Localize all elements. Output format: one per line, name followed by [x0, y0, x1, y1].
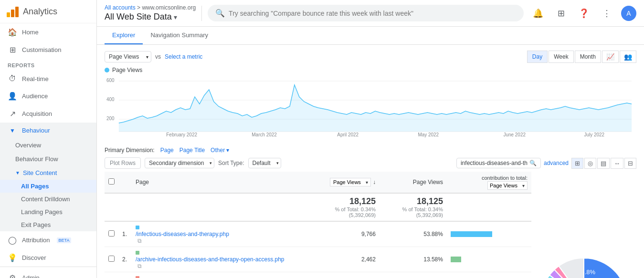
- pie-view-button[interactable]: ◎: [584, 158, 596, 169]
- sidebar-item-home[interactable]: 🏠 Home: [0, 23, 96, 41]
- plot-rows-button[interactable]: Plot Rows: [105, 157, 141, 169]
- row-color-indicator: [136, 276, 139, 278]
- pie-chart-wrap: 53.9%13.6%7%5.8%6%: [531, 172, 636, 278]
- sidebar-item-acquisition[interactable]: ↗ Acquisition: [0, 105, 96, 123]
- chart-section: Page Views Sessions Users vs Select a me…: [97, 45, 644, 143]
- help-icon[interactable]: ❓: [575, 5, 592, 22]
- sidebar-item-audience[interactable]: 👤 Audience: [0, 87, 96, 105]
- sidebar-item-behaviour-flow[interactable]: Behaviour Flow: [0, 152, 96, 166]
- page-link[interactable]: /archive-infectious-diseases-and-therapy…: [136, 256, 304, 263]
- sidebar-item-content-drilldown[interactable]: Content Drilldown: [0, 193, 96, 206]
- day-button[interactable]: Day: [527, 51, 548, 63]
- row-page: /infectious-diseases-and-therapy.php ⧉: [132, 221, 308, 247]
- table-total-row: 18,125 % of Total: 0.34% (5,392,069) 18,…: [105, 193, 531, 221]
- page-link[interactable]: /infectious-diseases-and-therapy.php: [136, 231, 304, 237]
- sidebar-exit-pages-label: Exit Pages: [21, 221, 51, 228]
- performance-view-button[interactable]: ▤: [597, 158, 610, 169]
- sidebar-all-pages-label: All Pages: [21, 183, 49, 190]
- sidebar-item-site-content[interactable]: ▼ Site Content: [0, 166, 96, 180]
- x-label-may: May 2022: [418, 132, 439, 137]
- sidebar-item-overview[interactable]: Overview: [0, 138, 96, 152]
- sidebar-item-realtime[interactable]: ⏱ Real-time: [0, 70, 96, 87]
- total-page-views-2: 18,125 % of Total: 0.34% (5,392,069): [380, 193, 447, 221]
- sidebar-item-attribution[interactable]: ◯ Attribution BETA: [0, 231, 96, 249]
- th-num: [118, 172, 132, 193]
- row-checkbox[interactable]: [105, 272, 118, 278]
- sidebar-item-all-pages[interactable]: All Pages: [0, 180, 96, 193]
- comparison-view-button[interactable]: ↔: [611, 158, 623, 169]
- row-checkbox[interactable]: [105, 247, 118, 272]
- table-body: 1. /infectious-diseases-and-therapy.php …: [105, 221, 531, 278]
- sidebar-item-landing-pages[interactable]: Landing Pages: [0, 206, 96, 218]
- search-filter-input[interactable]: [461, 160, 528, 166]
- secondary-dim-select[interactable]: Secondary dimension: [145, 158, 214, 168]
- select-metric-link[interactable]: Select a metric: [165, 53, 202, 60]
- breadcrumb-all-accounts[interactable]: All accounts: [105, 4, 136, 11]
- metric-selector[interactable]: Page Views Sessions Users: [105, 51, 151, 62]
- avatar[interactable]: A: [621, 6, 636, 21]
- contribution-select[interactable]: Page Views: [487, 181, 528, 190]
- table-view-button[interactable]: ⊞: [571, 158, 583, 169]
- line-chart-icon[interactable]: 📈: [602, 51, 619, 63]
- dim-other[interactable]: Other ▾: [211, 147, 229, 154]
- x-label-feb: February 2022: [166, 132, 197, 137]
- x-label-mar: March 2022: [252, 132, 277, 137]
- pivot-view-button[interactable]: ⊟: [624, 158, 636, 169]
- advanced-link[interactable]: advanced: [544, 160, 569, 166]
- tab-explorer[interactable]: Explorer: [105, 27, 143, 44]
- row-num: 1.: [118, 221, 132, 247]
- search-filter-box[interactable]: 🔍: [456, 158, 541, 168]
- sidebar-item-behaviour[interactable]: ▼ Behaviour: [0, 123, 96, 138]
- month-button[interactable]: Month: [575, 51, 601, 63]
- external-link-icon[interactable]: ⧉: [137, 237, 142, 244]
- sort-type-wrapper[interactable]: Default: [248, 158, 281, 168]
- total-contribution: [447, 193, 531, 221]
- row-page-views: 2,462: [308, 247, 380, 272]
- page-title-text: All Web Site Data: [105, 12, 172, 22]
- primary-dimension-label: Primary Dimension:: [105, 147, 155, 154]
- sidebar-customisation-label: Customisation: [22, 46, 61, 53]
- search-input[interactable]: [229, 10, 516, 17]
- title-dropdown-arrow[interactable]: ▾: [174, 13, 177, 21]
- x-label-jul: July 2022: [584, 132, 605, 137]
- dim-page[interactable]: Page: [160, 147, 174, 154]
- sort-type-select[interactable]: Default: [248, 158, 281, 168]
- metric-selector-wrapper[interactable]: Page Views Sessions Users: [105, 51, 151, 62]
- week-button[interactable]: Week: [549, 51, 573, 63]
- th-page-views[interactable]: Page Views ↓: [308, 172, 380, 193]
- select-all-checkbox[interactable]: [108, 178, 115, 185]
- reports-section-header: REPORTS: [0, 59, 96, 70]
- secondary-dim-wrapper[interactable]: Secondary dimension: [145, 158, 214, 168]
- sidebar-content-drilldown-label: Content Drilldown: [21, 196, 70, 203]
- dim-page-title[interactable]: Page Title: [179, 147, 205, 154]
- filter-search-icon[interactable]: 🔍: [529, 160, 537, 166]
- th-page: Page: [132, 172, 308, 193]
- svg-rect-2: [15, 7, 19, 17]
- y-label-600: 600: [106, 78, 115, 83]
- sidebar-home-label: Home: [22, 29, 39, 36]
- sidebar-item-exit-pages[interactable]: Exit Pages: [0, 218, 96, 231]
- sidebar-item-customisation[interactable]: ⊞ Customisation: [0, 41, 96, 59]
- pie-chart-type-icon[interactable]: 👥: [620, 51, 636, 63]
- discover-icon: 💡: [8, 253, 17, 262]
- apps-icon[interactable]: ⊞: [552, 5, 570, 22]
- svg-rect-1: [11, 10, 14, 17]
- notifications-icon[interactable]: 🔔: [529, 5, 547, 22]
- sidebar-item-admin[interactable]: ⚙ Admin: [0, 269, 96, 278]
- table-row: 2. /archive-infectious-diseases-and-ther…: [105, 247, 531, 272]
- tab-navigation-summary[interactable]: Navigation Summary: [143, 27, 216, 44]
- table-with-pie: Page Page Views ↓: [105, 172, 636, 278]
- topbar-icons: 🔔 ⊞ ❓ ⋮ A: [529, 5, 636, 22]
- search-bar[interactable]: 🔍: [208, 5, 524, 21]
- behaviour-icon: ▼: [8, 127, 17, 134]
- row-checkbox[interactable]: [105, 221, 118, 247]
- more-options-icon[interactable]: ⋮: [598, 5, 615, 22]
- external-link-icon[interactable]: ⧉: [137, 263, 142, 269]
- sidebar-item-discover[interactable]: 💡 Discover: [0, 249, 96, 267]
- collapse-icon: ▼: [15, 170, 20, 175]
- analytics-logo-icon: [6, 5, 19, 18]
- sidebar: Analytics 🏠 Home ⊞ Customisation REPORTS…: [0, 0, 97, 278]
- page-views-col-select[interactable]: Page Views: [330, 178, 371, 186]
- table-row: 3. /ArchiveJIDT/articleinpress-infectiou…: [105, 272, 531, 278]
- page-title: All Web Site Data ▾: [105, 12, 196, 22]
